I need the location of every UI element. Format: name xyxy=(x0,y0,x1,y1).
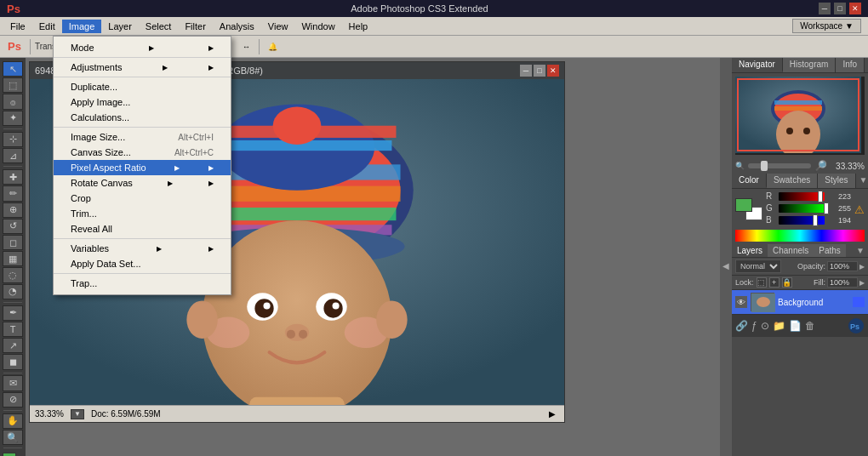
g-slider[interactable] xyxy=(779,204,825,213)
tool-eraser[interactable]: ◻ xyxy=(3,235,23,250)
menu-select[interactable]: Select xyxy=(139,20,179,33)
tool-gradient[interactable]: ▦ xyxy=(3,251,23,266)
layer-mode-select[interactable]: Normal xyxy=(735,259,781,273)
navigator-options-btn[interactable]: ✕ xyxy=(865,58,868,72)
layer-new-btn[interactable]: 📄 xyxy=(789,320,802,332)
menu-duplicate[interactable]: Duplicate... xyxy=(54,79,231,94)
layer-thumbnail xyxy=(751,293,774,311)
menu-image[interactable]: Image xyxy=(62,20,102,33)
scroll-arrow[interactable]: ▶ xyxy=(545,409,559,419)
doc-minimize-btn[interactable]: ─ xyxy=(520,65,532,77)
tool-eyedropper[interactable]: ⊘ xyxy=(3,392,23,408)
layer-mask-btn[interactable]: ⊙ xyxy=(761,320,769,332)
opacity-arrow[interactable]: ▶ xyxy=(859,263,865,271)
tool-hand[interactable]: ✋ xyxy=(3,413,23,429)
tool-marquee[interactable]: ⬚ xyxy=(3,77,23,93)
layer-effects-btn[interactable]: ƒ xyxy=(751,320,757,332)
lock-pixels-btn[interactable]: ⬚ xyxy=(757,277,767,288)
toolbar-extra[interactable]: 🔔 xyxy=(264,40,282,54)
tool-lasso[interactable]: ⌾ xyxy=(3,94,23,109)
menu-calculations[interactable]: Calculations... xyxy=(54,110,231,125)
minimize-button[interactable]: ─ xyxy=(819,3,831,14)
tool-pen[interactable]: ✒ xyxy=(3,305,23,321)
menu-rotate-canvas[interactable]: Rotate Canvas ▶ xyxy=(54,175,231,191)
menu-filter[interactable]: Filter xyxy=(178,20,212,33)
menu-mode[interactable]: Mode ▶ xyxy=(54,40,231,55)
workspace-button[interactable]: Workspace ▼ xyxy=(792,19,861,33)
tab-layers[interactable]: Layers xyxy=(732,244,768,257)
menu-layer[interactable]: Layer xyxy=(101,20,139,33)
menu-apply-data-set[interactable]: Apply Data Set... xyxy=(54,256,231,271)
tool-clone[interactable]: ⊕ xyxy=(3,202,23,218)
color-options-btn[interactable]: ▼ xyxy=(856,174,869,188)
fg-color-box[interactable] xyxy=(735,198,752,212)
menu-reveal-all[interactable]: Reveal All xyxy=(54,221,231,237)
layer-link-btn[interactable]: 🔗 xyxy=(735,320,748,332)
nav-zoom-out-icon[interactable]: 🔍 xyxy=(735,162,745,170)
menu-trap[interactable]: Trap... xyxy=(54,276,231,291)
menu-canvas-size[interactable]: Canvas Size... Alt+Ctrl+C xyxy=(54,145,231,160)
b-thumb xyxy=(813,214,818,226)
doc-maximize-btn[interactable]: □ xyxy=(534,65,545,77)
menu-adjustments-label: Adjustments xyxy=(71,62,123,72)
layer-item[interactable]: 👁 Background xyxy=(732,290,868,314)
zoom-mode-btn[interactable]: ▼ xyxy=(71,409,84,419)
menu-analysis[interactable]: Analysis xyxy=(213,20,261,33)
lock-all-btn[interactable]: 🔒 xyxy=(782,277,792,288)
tool-type[interactable]: T xyxy=(3,322,23,337)
tab-swatches[interactable]: Swatches xyxy=(767,174,818,188)
fill-arrow[interactable]: ▶ xyxy=(859,279,865,287)
toolbar-btn-8[interactable]: ↔ xyxy=(238,40,254,54)
tab-color[interactable]: Color xyxy=(732,174,767,188)
tool-brush[interactable]: ✏ xyxy=(3,185,23,201)
menu-crop[interactable]: Crop xyxy=(54,191,231,206)
tool-notes[interactable]: ✉ xyxy=(3,375,23,390)
layer-visibility-btn[interactable]: 👁 xyxy=(735,296,747,308)
menu-trim[interactable]: Trim... xyxy=(54,206,231,221)
tool-move[interactable]: ↖ xyxy=(3,61,23,77)
tool-zoom[interactable]: 🔍 xyxy=(3,430,23,445)
layers-options-btn[interactable]: ▼ xyxy=(853,244,868,257)
r-slider[interactable] xyxy=(779,192,825,201)
tab-channels[interactable]: Channels xyxy=(768,244,814,257)
nav-zoom-in-icon[interactable]: 🔎 xyxy=(814,160,827,172)
tool-dodge[interactable]: ◔ xyxy=(3,284,23,299)
tool-healing[interactable]: ✚ xyxy=(3,169,23,185)
tab-info[interactable]: Info xyxy=(836,58,865,72)
toolbox: ↖ ⬚ ⌾ ✦ ⊹ ⊿ ✚ ✏ ⊕ ↺ ◻ ▦ ◌ ◔ ✒ T ↗ ◼ ✉ ⊘ … xyxy=(0,58,26,456)
opacity-input[interactable] xyxy=(827,261,858,271)
menu-adjustments[interactable]: Adjustments ▶ xyxy=(54,60,231,75)
foreground-color[interactable] xyxy=(3,453,16,456)
tool-blur[interactable]: ◌ xyxy=(3,267,23,282)
doc-close-btn[interactable]: ✕ xyxy=(547,65,559,77)
menu-help[interactable]: Help xyxy=(342,20,375,33)
menu-window[interactable]: Window xyxy=(294,20,341,33)
menu-pixel-aspect-ratio[interactable]: Pixel Aspect Ratio ▶ xyxy=(54,160,231,175)
tool-history[interactable]: ↺ xyxy=(3,219,23,234)
menu-apply-image[interactable]: Apply Image... xyxy=(54,94,231,110)
color-spectrum-bar[interactable] xyxy=(735,230,865,242)
lock-position-btn[interactable]: + xyxy=(769,277,779,288)
panel-collapse-arrow[interactable]: ◀ xyxy=(720,58,732,456)
b-slider[interactable] xyxy=(779,216,825,225)
tab-paths[interactable]: Paths xyxy=(814,244,846,257)
tab-histogram[interactable]: Histogram xyxy=(783,58,837,72)
tab-styles[interactable]: Styles xyxy=(818,174,855,188)
tool-shape[interactable]: ◼ xyxy=(3,354,23,369)
layer-group-btn[interactable]: 📁 xyxy=(773,320,785,332)
fill-input[interactable] xyxy=(827,277,858,288)
tool-slice[interactable]: ⊿ xyxy=(3,148,23,163)
close-button[interactable]: ✕ xyxy=(849,3,861,14)
tool-path[interactable]: ↗ xyxy=(3,338,23,353)
menu-edit[interactable]: Edit xyxy=(32,20,62,33)
maximize-button[interactable]: □ xyxy=(834,3,846,14)
menu-file[interactable]: File xyxy=(3,20,32,33)
nav-zoom-slider[interactable] xyxy=(748,163,811,168)
tool-crop[interactable]: ⊹ xyxy=(3,132,23,147)
menu-image-size[interactable]: Image Size... Alt+Ctrl+I xyxy=(54,129,231,145)
layer-delete-btn[interactable]: 🗑 xyxy=(805,320,815,332)
menu-variables[interactable]: Variables ▶ xyxy=(54,241,231,256)
tool-magic-wand[interactable]: ✦ xyxy=(3,111,23,126)
tab-navigator[interactable]: Navigator xyxy=(732,58,783,72)
menu-view[interactable]: View xyxy=(261,20,295,33)
